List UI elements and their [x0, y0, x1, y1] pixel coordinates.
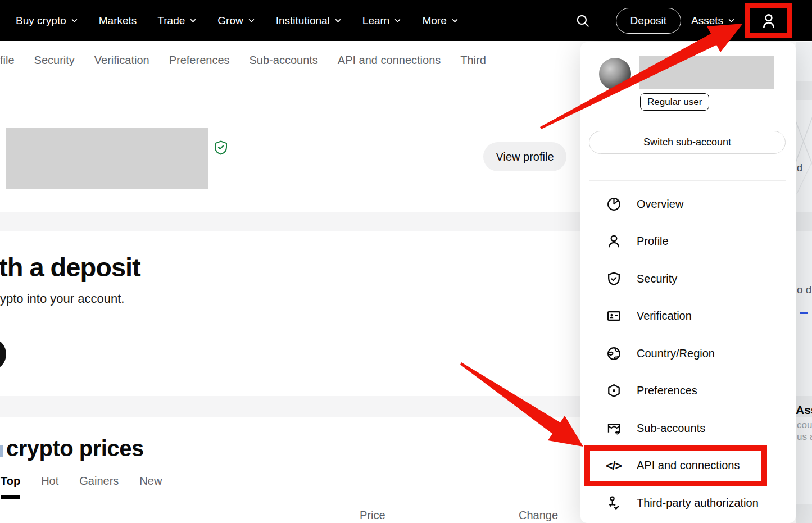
subnav-item-verification[interactable]: Verification [94, 54, 149, 67]
clipped-link-underline [800, 312, 808, 314]
menu-item-security[interactable]: Security [580, 260, 796, 298]
chevron-down-icon [189, 17, 197, 24]
subnav-item-security[interactable]: Security [34, 54, 75, 67]
nav-grow[interactable]: Grow [217, 15, 255, 27]
menu-item-label: Security [637, 272, 677, 285]
subaccounts-icon [606, 420, 622, 436]
menu-item-overview[interactable]: Overview [580, 185, 796, 223]
menu-item-sub-accounts[interactable]: Sub-accounts [580, 410, 796, 447]
menu-item-label: Overview [637, 198, 683, 211]
background-page-strip: d o d Ass cou us a [796, 42, 812, 523]
pie-chart-icon [606, 196, 622, 212]
tabs-divider [0, 501, 566, 501]
profile-icon-highlight-box [745, 3, 792, 38]
person-icon [606, 234, 622, 249]
main-nav-links: Buy crypto Markets Trade Grow Institutio… [0, 15, 459, 27]
nav-trade[interactable]: Trade [157, 15, 197, 27]
menu-item-label: Preferences [637, 384, 697, 397]
menu-item-label: Sub-accounts [637, 422, 705, 435]
prices-tabs: Top Hot Gainers New [1, 475, 162, 499]
deposit-hero-subtitle: ypto into your account. [0, 292, 124, 306]
clipped-heading-fragment [0, 445, 3, 457]
main-navbar: Buy crypto Markets Trade Grow Institutio… [0, 0, 812, 41]
chevron-down-icon [71, 17, 78, 24]
strip-band [796, 504, 812, 523]
menu-item-verification[interactable]: Verification [580, 298, 796, 335]
nav-assets[interactable]: Assets [691, 15, 735, 27]
menu-item-country-region[interactable]: Country/Region [580, 335, 796, 372]
panel-divider [589, 180, 786, 181]
menu-item-profile[interactable]: Profile [580, 223, 796, 261]
api-connections-highlight-box [584, 445, 767, 486]
menu-item-label: Third-party authorization [637, 497, 759, 510]
main-nav-actions: Deposit Assets [575, 3, 812, 38]
subnav-item-sub-accounts[interactable]: Sub-accounts [250, 54, 318, 67]
view-profile-button[interactable]: View profile [483, 142, 566, 171]
menu-item-third-party-authorization[interactable]: Third-party authorization [580, 484, 796, 522]
menu-item-label: Country/Region [637, 347, 715, 360]
nav-more[interactable]: More [422, 15, 458, 27]
clipped-text-fragment: d [797, 162, 802, 174]
clipped-text-fragment: o d [797, 284, 811, 296]
chevron-down-icon [248, 17, 255, 24]
deposit-button[interactable]: Deposit [616, 8, 681, 34]
chevron-down-icon [394, 17, 401, 24]
search-icon[interactable] [575, 13, 590, 28]
id-card-icon [606, 308, 622, 324]
subnav-item-third-party[interactable]: Third [460, 54, 486, 67]
tab-hot[interactable]: Hot [41, 475, 58, 499]
subnav-item-profile[interactable]: file [0, 54, 15, 67]
shield-check-icon [606, 271, 622, 286]
hexagon-dot-icon [606, 383, 622, 399]
redacted-username-placeholder [639, 56, 774, 89]
nav-learn[interactable]: Learn [362, 15, 402, 27]
nav-buy-crypto[interactable]: Buy crypto [16, 15, 78, 27]
strip-band [796, 212, 812, 231]
tab-gainers[interactable]: Gainers [79, 475, 119, 499]
clipped-text-fragment: us a [797, 431, 812, 443]
decorative-lines [796, 95, 812, 197]
deposit-hero-title: th a deposit [0, 252, 140, 283]
clipped-heading-fragment: Ass [796, 403, 812, 417]
avatar[interactable] [599, 58, 631, 90]
chevron-down-icon [451, 17, 459, 24]
chevron-down-icon [728, 17, 735, 24]
okx-account-page: file Security Verification Preferences S… [0, 0, 812, 523]
switch-sub-account-button[interactable]: Switch sub-account [589, 131, 786, 154]
nav-institutional[interactable]: Institutional [276, 15, 342, 27]
subnav-item-api-connections[interactable]: API and connections [338, 54, 441, 67]
chevron-down-icon [334, 17, 342, 24]
tab-top[interactable]: Top [1, 475, 20, 499]
nav-markets[interactable]: Markets [99, 15, 137, 27]
role-badge: Regular user [640, 93, 709, 111]
verified-shield-icon [214, 140, 228, 155]
profile-icon[interactable] [760, 12, 778, 30]
menu-item-label: Verification [637, 310, 692, 322]
crypto-prices-title: crypto prices [6, 436, 144, 461]
globe-icon [606, 345, 622, 361]
clipped-text-fragment: cou [797, 420, 812, 431]
third-party-auth-icon [606, 495, 622, 511]
tab-new[interactable]: New [139, 475, 162, 499]
menu-item-preferences[interactable]: Preferences [580, 372, 796, 410]
clipped-action-button[interactable] [0, 339, 6, 370]
change-column-header: Change [519, 509, 558, 522]
menu-item-label: Profile [637, 235, 669, 248]
subnav-item-preferences[interactable]: Preferences [169, 54, 230, 67]
price-column-header: Price [360, 509, 385, 522]
redacted-username-placeholder [6, 128, 208, 189]
account-subnav: file Security Verification Preferences S… [0, 42, 584, 79]
